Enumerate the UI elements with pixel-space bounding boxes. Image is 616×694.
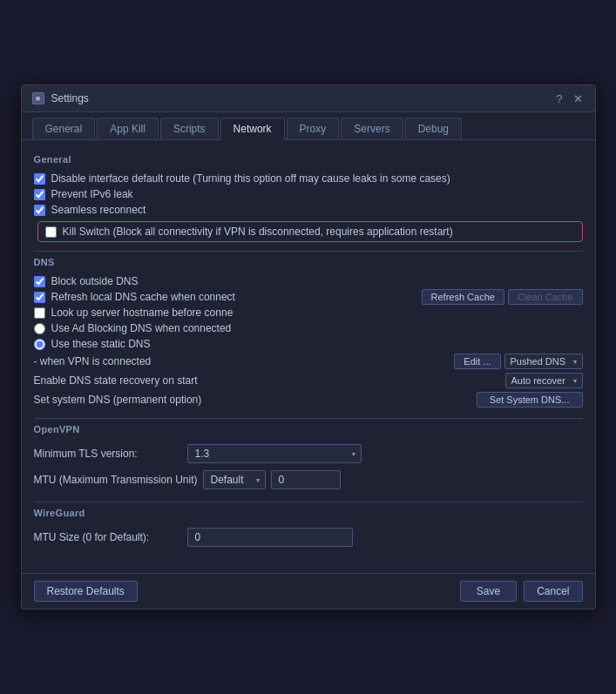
vpn-connected-label: - when VPN is connected xyxy=(34,355,208,367)
recovery-controls: Auto recover Always Never xyxy=(505,373,583,388)
checkbox-refresh-local-dns[interactable] xyxy=(34,292,45,303)
option-refresh-local-dns: Refresh local DNS cache when connect xyxy=(34,289,422,305)
label-disable-interface: Disable interface default route (Turning… xyxy=(51,172,450,185)
tab-network[interactable]: Network xyxy=(220,118,285,140)
mtu-label: MTU (Maximum Transmission Unit) xyxy=(34,474,198,486)
kill-switch-row: Kill Switch (Block all connectivity if V… xyxy=(37,221,583,242)
mtu-row: MTU (Maximum Transmission Unit) Default … xyxy=(34,467,583,493)
option-prevent-ipv6: Prevent IPv6 leak xyxy=(34,186,583,202)
tab-proxy[interactable]: Proxy xyxy=(287,118,340,139)
tab-debug[interactable]: Debug xyxy=(405,118,462,139)
general-section-title: General xyxy=(34,154,583,165)
radio-ad-blocking-dns[interactable] xyxy=(34,323,45,334)
option-lookup-hostname: Look up server hostname before conne xyxy=(34,305,583,320)
mtu-select-wrapper: Default Custom xyxy=(203,470,266,489)
titlebar: ■ Settings ? ✕ xyxy=(22,85,595,112)
window-icon: ■ xyxy=(32,92,44,104)
content-area: General Disable interface default route … xyxy=(22,140,595,568)
window-title: Settings xyxy=(51,92,89,104)
wg-mtu-row: MTU Size (0 for Default): xyxy=(34,524,583,550)
dns-section-title: DNS xyxy=(34,257,583,267)
option-seamless-reconnect: Seamless reconnect xyxy=(34,202,583,218)
label-kill-switch: Kill Switch (Block all connectivity if V… xyxy=(63,226,453,238)
label-lookup-hostname: Look up server hostname before conne xyxy=(51,307,234,319)
tabs-bar: General App Kill Scripts Network Proxy S… xyxy=(22,112,595,140)
close-button[interactable]: ✕ xyxy=(572,93,585,104)
openvpn-section-title: OpenVPN xyxy=(34,424,583,435)
option-disable-interface: Disable interface default route (Turning… xyxy=(34,171,583,186)
dns-section: DNS Block outside DNS Refresh local DNS … xyxy=(34,257,583,409)
radio-static-dns[interactable] xyxy=(34,339,45,350)
pushed-dns-wrapper: Pushed DNS Static DNS None xyxy=(504,354,583,369)
openvpn-section: OpenVPN Minimum TLS version: 1.0 1.1 1.2… xyxy=(34,424,583,493)
checkbox-kill-switch[interactable] xyxy=(45,226,57,238)
label-block-dns: Block outside DNS xyxy=(51,275,139,287)
label-prevent-ipv6: Prevent IPv6 leak xyxy=(51,188,133,200)
system-dns-label: Set system DNS (permanent option) xyxy=(34,394,208,406)
option-ad-blocking-dns: Use Ad Blocking DNS when connected xyxy=(34,320,583,336)
system-dns-controls: Set System DNS... xyxy=(477,392,583,408)
tls-version-select[interactable]: 1.0 1.1 1.2 1.3 xyxy=(187,444,362,463)
checkbox-lookup-hostname[interactable] xyxy=(34,307,45,319)
wireguard-section: WireGuard MTU Size (0 for Default): xyxy=(34,508,583,550)
wg-mtu-label: MTU Size (0 for Default): xyxy=(34,531,182,543)
refresh-cache-button[interactable]: Refresh Cache xyxy=(422,289,504,305)
label-refresh-local-dns: Refresh local DNS cache when connect xyxy=(51,291,235,303)
divider-2 xyxy=(34,418,583,419)
option-block-dns: Block outside DNS xyxy=(34,273,139,289)
tls-label: Minimum TLS version: xyxy=(34,448,182,460)
label-static-dns: Use these static DNS xyxy=(51,338,151,350)
mtu-type-select[interactable]: Default Custom xyxy=(203,470,266,489)
cancel-button[interactable]: Cancel xyxy=(524,581,582,602)
system-dns-row: Set system DNS (permanent option) Set Sy… xyxy=(34,390,583,409)
dns-recovery-label: Enable DNS state recovery on start xyxy=(34,374,208,387)
vpn-controls: Edit ... Pushed DNS Static DNS None xyxy=(454,354,582,369)
dns-cache-buttons: Refresh Cache Clean Cache xyxy=(422,289,583,305)
tls-select-wrapper: 1.0 1.1 1.2 1.3 xyxy=(187,444,362,463)
divider-1 xyxy=(34,251,583,252)
tab-general[interactable]: General xyxy=(32,118,96,139)
settings-window: ■ Settings ? ✕ General App Kill Scripts … xyxy=(21,84,596,610)
checkbox-block-dns[interactable] xyxy=(34,276,45,287)
auto-recover-select[interactable]: Auto recover Always Never xyxy=(505,373,583,388)
option-static-dns: Use these static DNS xyxy=(34,336,583,352)
titlebar-controls: ? ✕ xyxy=(554,93,584,104)
general-section: General Disable interface default route … xyxy=(34,154,583,242)
help-button[interactable]: ? xyxy=(554,93,564,104)
divider-3 xyxy=(34,502,583,502)
clean-cache-button[interactable]: Clean Cache xyxy=(508,289,583,305)
set-system-dns-button[interactable]: Set System DNS... xyxy=(477,392,583,408)
tls-row: Minimum TLS version: 1.0 1.1 1.2 1.3 xyxy=(34,441,583,467)
wg-mtu-input[interactable] xyxy=(187,528,353,547)
save-button[interactable]: Save xyxy=(460,581,517,602)
mtu-input[interactable] xyxy=(271,470,341,489)
checkbox-prevent-ipv6[interactable] xyxy=(34,189,45,200)
auto-recover-wrapper: Auto recover Always Never xyxy=(505,373,583,388)
titlebar-left: ■ Settings xyxy=(32,92,89,104)
tab-scripts[interactable]: Scripts xyxy=(160,118,219,139)
refresh-local-dns-row: Refresh local DNS cache when connect Ref… xyxy=(34,289,583,305)
wireguard-section-title: WireGuard xyxy=(34,508,583,518)
checkbox-disable-interface[interactable] xyxy=(34,173,45,185)
tab-servers[interactable]: Servers xyxy=(341,118,403,139)
edit-button[interactable]: Edit ... xyxy=(454,354,500,369)
checkbox-seamless-reconnect[interactable] xyxy=(34,205,45,216)
footer-right: Save Cancel xyxy=(460,581,583,602)
block-outside-dns-row: Block outside DNS xyxy=(34,273,583,289)
vpn-connected-row: - when VPN is connected Edit ... Pushed … xyxy=(34,352,583,371)
restore-defaults-button[interactable]: Restore Defaults xyxy=(34,581,138,602)
label-ad-blocking-dns: Use Ad Blocking DNS when connected xyxy=(51,322,232,334)
pushed-dns-select[interactable]: Pushed DNS Static DNS None xyxy=(504,354,583,369)
dns-recovery-row: Enable DNS state recovery on start Auto … xyxy=(34,371,583,390)
tab-appkill[interactable]: App Kill xyxy=(97,118,159,139)
footer: Restore Defaults Save Cancel xyxy=(22,573,595,609)
label-seamless-reconnect: Seamless reconnect xyxy=(51,204,146,216)
